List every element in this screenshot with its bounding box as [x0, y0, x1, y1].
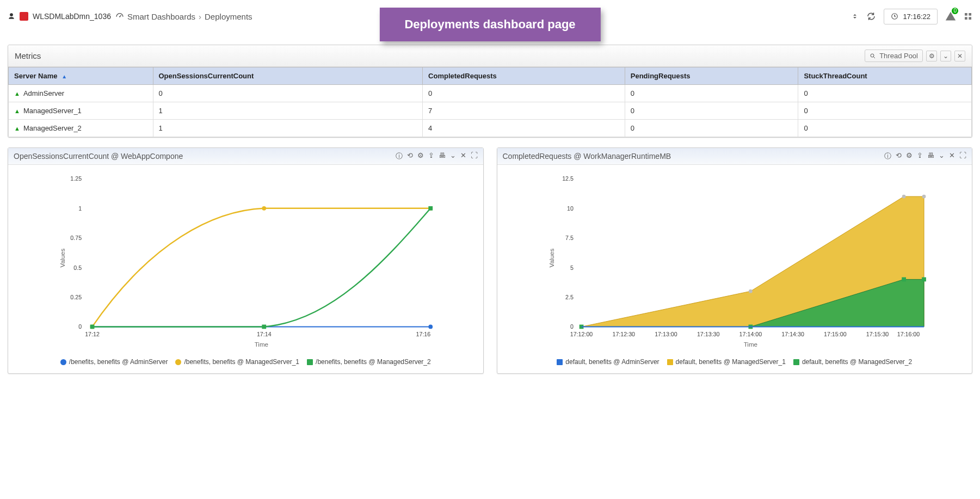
svg-point-0 — [119, 16, 120, 17]
domain-label: WLSDMLabDmn_1036 — [33, 12, 111, 21]
gear-icon[interactable]: ⚙ — [906, 151, 913, 161]
legend-label: default, benefits @ AdminServer — [565, 358, 659, 366]
svg-rect-5 — [969, 17, 971, 20]
svg-point-38 — [748, 289, 752, 293]
print-icon[interactable]: 🖶 — [927, 151, 934, 161]
legend-label: /benefits, benefits @ ManagedServer_2 — [316, 358, 431, 366]
breadcrumb-level-1[interactable]: Deployments — [205, 12, 252, 21]
print-icon[interactable]: 🖶 — [439, 151, 446, 161]
col-open-sessions[interactable]: OpenSessionsCurrentCount — [153, 67, 423, 85]
svg-text:17:13:00: 17:13:00 — [655, 331, 677, 337]
table-row[interactable]: ▲ManagedServer_1 1 7 0 0 — [9, 102, 972, 120]
svg-text:17:14: 17:14 — [257, 331, 272, 337]
chart-completed-requests: CompletedRequests @ WorkManagerRuntimeMB… — [497, 147, 973, 374]
svg-point-6 — [871, 54, 874, 57]
apps-grid-icon[interactable] — [964, 12, 972, 21]
chevron-down-icon[interactable]: ⌄ — [940, 51, 951, 61]
svg-rect-44 — [922, 278, 926, 282]
col-server-name[interactable]: Server Name ▲ — [9, 67, 153, 85]
svg-rect-4 — [965, 17, 967, 20]
info-icon[interactable]: ⓘ — [396, 151, 403, 161]
dashboard-icon — [115, 12, 124, 21]
close-icon[interactable]: ✕ — [949, 151, 955, 161]
breadcrumb-level-0[interactable]: Smart Dashboards — [127, 12, 195, 21]
metrics-search[interactable]: Thread Pool — [865, 50, 923, 62]
x-axis-label: Time — [255, 341, 268, 348]
svg-text:17:16:00: 17:16:00 — [897, 331, 920, 337]
cell-open: 1 — [153, 102, 423, 120]
cell-server: ManagedServer_1 — [23, 107, 82, 115]
chevron-down-icon[interactable]: ⌄ — [939, 151, 945, 161]
search-icon — [870, 53, 876, 59]
metrics-table: Server Name ▲ OpenSessionsCurrentCount C… — [8, 67, 972, 137]
legend-swatch-blue — [60, 359, 66, 365]
refresh-icon[interactable]: ⟲ — [407, 151, 413, 161]
cell-open: 0 — [153, 85, 423, 102]
col-pending-requests[interactable]: PendingRequests — [625, 67, 798, 85]
svg-text:17:12: 17:12 — [85, 331, 100, 337]
expand-icon[interactable]: ⛶ — [959, 151, 966, 161]
col-completed-requests[interactable]: CompletedRequests — [423, 67, 625, 85]
svg-text:0: 0 — [570, 323, 574, 330]
legend-swatch-blue — [557, 359, 563, 365]
metrics-search-label: Thread Pool — [879, 52, 918, 60]
export-icon[interactable]: ⇪ — [428, 151, 434, 161]
svg-rect-20 — [90, 325, 95, 329]
cell-server: AdminServer — [23, 89, 64, 97]
expand-icon[interactable]: ⛶ — [471, 151, 478, 161]
col-stuck-thread[interactable]: StuckThreadCount — [798, 67, 972, 85]
chart-canvas: 0 0.25 0.5 0.75 1 1.25 17:12 17:14 17:16… — [14, 168, 478, 353]
chevron-down-icon[interactable]: ⌄ — [450, 151, 456, 161]
alerts-button[interactable]: 0 — [945, 11, 956, 22]
page-banner: Deployments dashboard page — [379, 8, 600, 41]
close-icon[interactable]: ✕ — [460, 151, 466, 161]
svg-text:7.5: 7.5 — [565, 235, 574, 241]
gear-icon[interactable]: ⚙ — [417, 151, 424, 161]
oracle-logo-icon — [20, 12, 28, 21]
topbar: WLSDMLabDmn_1036 Smart Dashboards › Depl… — [8, 5, 972, 27]
svg-rect-3 — [969, 13, 971, 16]
status-up-icon: ▲ — [14, 90, 20, 97]
status-up-icon: ▲ — [14, 125, 20, 132]
svg-text:17:14:00: 17:14:00 — [739, 331, 762, 337]
svg-point-18 — [262, 206, 266, 211]
svg-text:17:14:30: 17:14:30 — [781, 331, 804, 337]
refresh-icon[interactable]: ⟲ — [896, 151, 902, 161]
svg-text:0.25: 0.25 — [70, 294, 82, 300]
clock-icon — [891, 13, 898, 20]
svg-rect-22 — [428, 206, 433, 211]
x-axis-label: Time — [743, 341, 757, 348]
legend-label: /benefits, benefits @ ManagedServer_1 — [184, 358, 299, 366]
chart-canvas: 0 2.5 5 7.5 10 12.5 17:12:00 17:12:30 17… — [503, 168, 967, 353]
svg-text:0.75: 0.75 — [70, 235, 82, 241]
svg-point-16 — [428, 325, 433, 329]
cell-pending: 0 — [625, 85, 798, 102]
sort-toggle-icon[interactable] — [851, 11, 859, 21]
chevron-right-icon: › — [199, 12, 201, 21]
refresh-icon[interactable] — [866, 11, 876, 21]
svg-text:17:16: 17:16 — [416, 331, 431, 337]
legend-swatch-yellow — [175, 359, 181, 365]
legend-label: /benefits, benefits @ AdminServer — [69, 358, 168, 366]
cell-completed: 7 — [423, 102, 625, 120]
export-icon[interactable]: ⇪ — [917, 151, 923, 161]
y-axis-label: Values — [548, 249, 555, 268]
info-icon[interactable]: ⓘ — [884, 151, 891, 161]
svg-text:1.25: 1.25 — [70, 175, 82, 182]
svg-text:17:12:30: 17:12:30 — [612, 331, 635, 337]
svg-text:12.5: 12.5 — [562, 175, 574, 182]
clock-time: 17:16:22 — [903, 13, 930, 21]
table-row[interactable]: ▲AdminServer 0 0 0 0 — [9, 85, 972, 102]
table-row[interactable]: ▲ManagedServer_2 1 4 0 0 — [9, 120, 972, 137]
cell-pending: 0 — [625, 120, 798, 137]
user-icon[interactable] — [8, 13, 15, 20]
close-icon[interactable]: ✕ — [954, 51, 965, 61]
col-server-name-label: Server Name — [14, 72, 58, 80]
svg-text:0.5: 0.5 — [73, 264, 82, 271]
cell-stuck: 0 — [798, 85, 972, 102]
gear-icon[interactable]: ⚙ — [926, 51, 937, 61]
legend-swatch-green — [793, 359, 799, 365]
svg-rect-43 — [902, 278, 906, 282]
svg-point-40 — [922, 195, 926, 199]
clock-display[interactable]: 17:16:22 — [884, 9, 938, 24]
